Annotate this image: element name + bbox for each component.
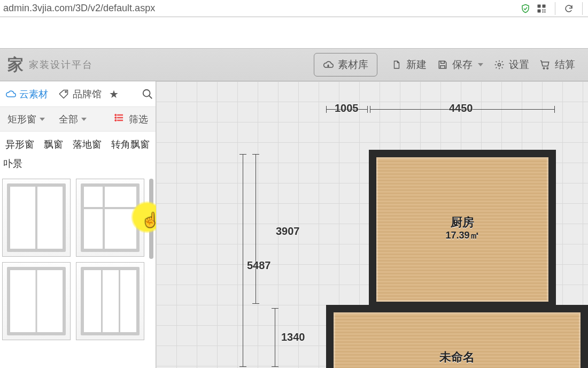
tab-brand-hall[interactable]: 品牌馆	[56, 86, 104, 103]
favorites-icon[interactable]: ★	[109, 88, 119, 101]
save-label: 保存	[452, 58, 473, 72]
svg-rect-5	[543, 11, 544, 12]
shield-icon[interactable]	[521, 4, 530, 13]
tab-cloud-label: 云素材	[19, 88, 48, 101]
thumbnail-panel	[0, 175, 156, 368]
logo-icon: 家	[7, 54, 24, 76]
checkout-label: 结算	[555, 58, 575, 72]
category-row: 异形窗 飘窗 落地窗 转角飘窗	[0, 132, 156, 154]
filter-all-dropdown[interactable]: 全部	[59, 113, 87, 126]
new-label: 新建	[406, 58, 427, 72]
document-icon	[391, 59, 402, 70]
browser-url-bar: admin.3vjia.com/3D/v2/default.aspx	[0, 0, 588, 17]
dimension-label: 1005	[335, 103, 359, 113]
tab-brand-label: 品牌馆	[73, 88, 102, 101]
svg-point-7	[498, 64, 501, 66]
svg-rect-6	[544, 11, 545, 12]
category-extra[interactable]: 卟景	[0, 154, 156, 175]
room-area: 17.39㎡	[445, 231, 479, 240]
room-unnamed[interactable]: 未命名	[326, 305, 588, 368]
scrollbar-handle[interactable]	[149, 179, 153, 259]
chevron-down-icon	[81, 118, 87, 121]
svg-rect-4	[544, 9, 545, 10]
category-item[interactable]: 落地窗	[73, 138, 102, 151]
tag-icon	[58, 89, 69, 99]
svg-rect-17	[118, 120, 123, 121]
cloud-download-icon	[323, 59, 334, 70]
cloud-icon	[4, 89, 16, 99]
save-button[interactable]: 保存	[432, 55, 489, 75]
floorplan-canvas[interactable]: 1005 4450 3907 5487 1340 厨房 17.39㎡ 未命名	[156, 81, 588, 368]
chevron-down-icon	[478, 63, 483, 66]
logo: 家 家装设计平台	[7, 54, 93, 76]
svg-point-16	[115, 119, 117, 121]
room-kitchen[interactable]: 厨房 17.39㎡	[369, 150, 556, 309]
dimension-label: 5487	[247, 260, 271, 271]
svg-rect-13	[118, 114, 123, 116]
filter-label: 筛选	[129, 113, 148, 126]
svg-rect-0	[538, 4, 541, 7]
window-thumbnail[interactable]	[76, 262, 144, 340]
settings-label: 设置	[509, 58, 529, 72]
separator	[582, 2, 583, 15]
filter-shape-label: 矩形窗	[7, 113, 36, 126]
filter-button[interactable]: 筛选	[114, 112, 148, 126]
sidebar: 云素材 品牌馆 ★ 矩形窗 全部	[0, 81, 156, 368]
category-item[interactable]: 飘窗	[44, 138, 63, 151]
main-area: 云素材 品牌馆 ★ 矩形窗 全部	[0, 81, 588, 368]
dimension-line	[256, 154, 256, 304]
category-item[interactable]: 异形窗	[5, 138, 34, 151]
filter-shape-dropdown[interactable]: 矩形窗	[7, 113, 45, 126]
sidebar-tabs: 云素材 品牌馆 ★	[0, 81, 156, 107]
blank-strip	[0, 17, 588, 48]
svg-rect-3	[543, 9, 544, 10]
dimension-label: 4450	[449, 103, 473, 113]
svg-point-12	[115, 114, 117, 116]
svg-point-11	[143, 89, 150, 96]
window-thumbnail[interactable]	[76, 179, 144, 257]
chevron-down-icon	[40, 118, 45, 121]
save-icon	[437, 59, 448, 70]
tab-cloud-material[interactable]: 云素材	[2, 86, 50, 103]
svg-point-9	[547, 67, 548, 69]
app-toolbar: 家 家装设计平台 素材库 新建 保存 设置 结算	[0, 48, 588, 81]
svg-rect-1	[543, 4, 546, 7]
logo-text: 家装设计平台	[29, 58, 93, 71]
gear-icon	[494, 59, 505, 70]
url-text[interactable]: admin.3vjia.com/3D/v2/default.aspx	[3, 3, 521, 14]
search-icon[interactable]	[142, 88, 153, 100]
material-library-button[interactable]: 素材库	[314, 53, 377, 76]
filter-all-label: 全部	[59, 113, 78, 126]
category-item[interactable]: 转角飘窗	[111, 138, 150, 151]
sidebar-scrollbar[interactable]	[149, 175, 153, 293]
new-button[interactable]: 新建	[386, 55, 432, 75]
room-name: 厨房	[451, 217, 474, 228]
svg-point-14	[115, 117, 117, 118]
qr-icon[interactable]	[537, 4, 546, 13]
room-name: 未命名	[439, 351, 475, 363]
sidebar-filter-bar: 矩形窗 全部 筛选	[0, 107, 156, 132]
svg-rect-15	[118, 117, 123, 118]
svg-point-8	[543, 67, 545, 69]
settings-button[interactable]: 设置	[489, 55, 535, 75]
window-thumbnail[interactable]	[2, 262, 71, 340]
list-icon	[114, 112, 125, 126]
svg-point-10	[65, 91, 67, 93]
dimension-line	[275, 308, 275, 367]
dimension-label: 3907	[276, 226, 300, 236]
material-library-label: 素材库	[338, 58, 368, 72]
checkout-button[interactable]: 结算	[535, 55, 581, 75]
svg-rect-2	[538, 9, 541, 12]
reload-icon[interactable]	[564, 4, 574, 13]
dimension-line	[243, 154, 243, 367]
dimension-label: 1340	[281, 332, 305, 342]
window-thumbnail[interactable]	[2, 179, 71, 257]
separator	[555, 2, 555, 15]
cart-icon	[540, 59, 551, 70]
